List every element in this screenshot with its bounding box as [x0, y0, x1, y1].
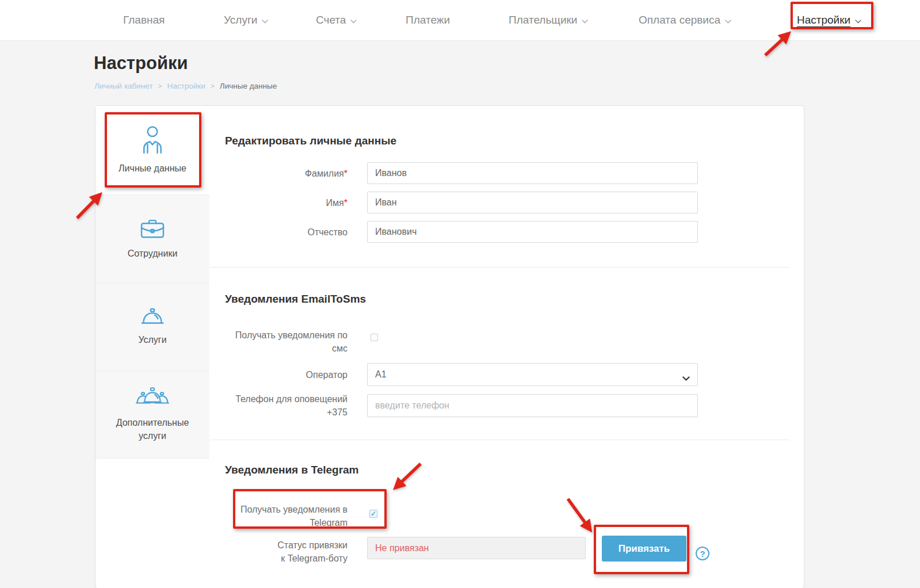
sidebar-tab-services[interactable]: Услуги	[96, 282, 209, 371]
section-title-telegram: Уведомления в Telegram	[225, 464, 359, 476]
breadcrumb-link-cabinet[interactable]: Личный кабинет	[94, 82, 153, 90]
breadcrumb: Личный кабинет > Настройки > Личные данн…	[94, 82, 277, 90]
nav-item-services[interactable]: Услуги	[224, 0, 268, 40]
person-icon	[142, 125, 163, 154]
nav-item-home[interactable]: Главная	[123, 0, 165, 40]
phone-input[interactable]	[367, 394, 698, 417]
page-title: Настройки	[94, 53, 188, 74]
section-title-personal: Редактировать личные данные	[225, 135, 396, 147]
sidebar-tab-employees[interactable]: Сотрудники	[96, 194, 209, 282]
field-label-firstname: Имя*	[223, 196, 348, 209]
bind-telegram-button[interactable]: Привязать	[602, 536, 686, 562]
field-label-lastname: Фамилия*	[223, 167, 348, 180]
nav-item-payments[interactable]: Платежи	[406, 0, 450, 40]
required-asterisk: *	[344, 198, 348, 208]
required-asterisk: *	[344, 169, 348, 178]
settings-card: Личные данные Сотрудники Услуги	[95, 105, 804, 588]
nav-item-service-payment[interactable]: Оплата сервиса	[639, 0, 731, 40]
chevron-down-icon	[582, 20, 588, 24]
telegram-notifications-checkbox[interactable]	[369, 510, 377, 518]
field-label-telegram-notifications: Получать уведомления в Telegram	[223, 503, 348, 529]
nav-item-payers[interactable]: Плательщики	[509, 0, 588, 40]
field-label-operator: Оператор	[223, 368, 348, 381]
nav-item-settings[interactable]: Настройки	[797, 0, 861, 40]
cloche-icon	[140, 308, 165, 326]
field-label-phone: Телефон для оповещений +375	[223, 392, 348, 419]
telegram-status-field: Не привязан	[367, 537, 586, 559]
breadcrumb-separator: >	[158, 82, 162, 90]
nav-item-accounts[interactable]: Счета	[316, 0, 357, 40]
chevron-down-icon	[350, 20, 357, 24]
chevron-down-icon	[725, 20, 731, 24]
chevron-down-icon	[262, 20, 268, 24]
briefcase-icon	[139, 218, 166, 239]
field-label-sms-notifications: Получать уведомления по смс	[223, 329, 348, 355]
breadcrumb-current: Личные данные	[220, 82, 277, 90]
top-navigation: Главная Услуги Счета Платежи Плательщики…	[0, 0, 920, 41]
operator-select[interactable]: A1	[367, 363, 698, 386]
section-title-emailtosms: Уведомления EmailToSms	[225, 293, 366, 306]
breadcrumb-separator: >	[211, 82, 215, 90]
chevron-down-icon	[855, 20, 861, 24]
section-divider	[210, 440, 789, 440]
section-divider	[210, 267, 789, 268]
cloches-icon	[135, 387, 170, 408]
chevron-down-icon	[682, 373, 690, 383]
field-label-middlename: Отчество	[223, 226, 348, 239]
breadcrumb-link-settings[interactable]: Настройки	[167, 82, 205, 90]
field-label-telegram-status: Статус привязки к Telegram-боту	[223, 539, 348, 565]
firstname-input[interactable]	[367, 192, 698, 213]
middlename-input[interactable]	[367, 221, 698, 243]
help-icon[interactable]: ?	[696, 547, 709, 560]
sms-notifications-checkbox[interactable]	[371, 334, 378, 341]
lastname-input[interactable]	[367, 162, 698, 184]
sidebar-tab-personal-data[interactable]: Личные данные	[96, 106, 209, 194]
sidebar-tab-additional-services[interactable]: Дополнительные услуги	[96, 371, 209, 459]
